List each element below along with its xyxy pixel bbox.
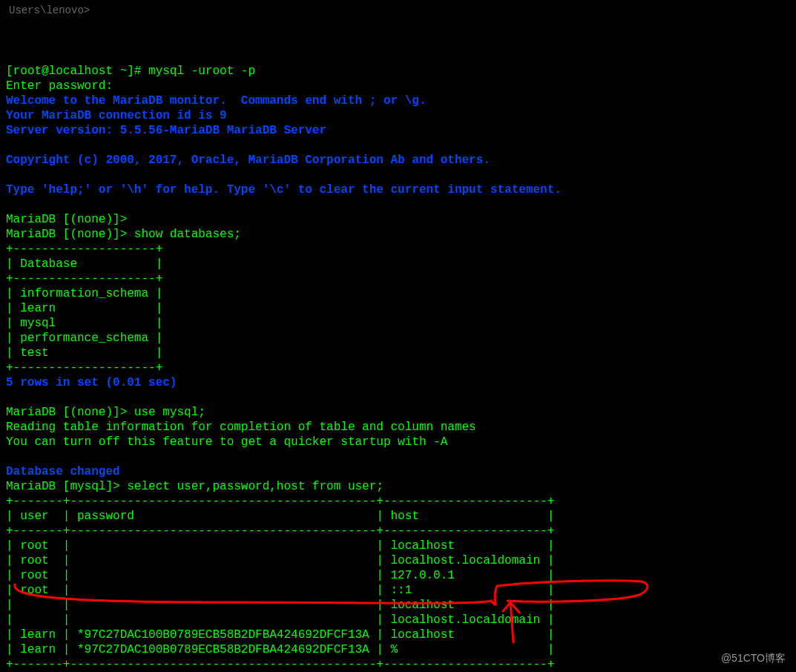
cmd-use-mysql: use mysql; <box>127 406 205 419</box>
host-path-faded: Users\lenovo> <box>9 4 90 18</box>
cmd-select-user: select user,password,host from user; <box>120 480 384 493</box>
cmd-show-databases: show databases; <box>127 228 241 241</box>
mariadb-prompt-none: MariaDB [(none)]> <box>6 406 127 419</box>
user-table-header: | user | password | host | <box>6 510 554 523</box>
db-table-border: +--------------------+ <box>6 272 162 286</box>
db-table-row: | test | <box>6 346 162 360</box>
db-table-row: | mysql | <box>6 317 162 330</box>
user-table-border: +-------+-------------------------------… <box>6 524 554 538</box>
user-table-row: | root | | 127.0.0.1 | <box>6 569 554 582</box>
database-changed: Database changed <box>6 465 120 478</box>
mariadb-prompt-mysql: MariaDB [mysql]> <box>6 480 120 493</box>
copyright-line: Copyright (c) 2000, 2017, Oracle, MariaD… <box>6 154 490 167</box>
db-rows-summary: 5 rows in set (0.01 sec) <box>6 376 177 389</box>
db-table-row: | information_schema | <box>6 287 162 300</box>
db-table-header: | Database | <box>6 257 162 271</box>
user-table-row: | | | localhost | <box>6 599 554 612</box>
db-table-row: | learn | <box>6 302 162 315</box>
welcome-line-2: Your MariaDB connection id is 9 <box>6 109 227 122</box>
reading-info-1: Reading table information for completion… <box>6 421 476 434</box>
db-table-border: +--------------------+ <box>6 243 162 256</box>
welcome-line-3: Server version: 5.5.56-MariaDB MariaDB S… <box>6 124 326 137</box>
shell-prompt: [root@localhost ~]# <box>6 65 148 78</box>
user-table-row: | learn | *97C27DAC100B0789ECB58B2DFBA42… <box>6 643 554 656</box>
enter-password: Enter password: <box>6 79 113 93</box>
user-table-row: | root | | ::1 | <box>6 584 554 597</box>
reading-info-2: You can turn off this feature to get a q… <box>6 435 447 449</box>
watermark: @51CTO博客 <box>721 652 786 665</box>
user-table-border: +-------+-------------------------------… <box>6 495 554 508</box>
user-table-row: | root | | localhost | <box>6 539 554 553</box>
user-table-row: | | | localhost.localdomain | <box>6 613 554 627</box>
welcome-line-1: Welcome to the MariaDB monitor. Commands… <box>6 94 427 108</box>
shell-command: mysql -uroot -p <box>148 65 255 78</box>
help-hint: Type 'help;' or '\h' for help. Type '\c'… <box>6 183 562 197</box>
user-table-row: | learn | *97C27DAC100B0789ECB58B2DFBA42… <box>6 628 554 642</box>
db-table-row: | performance_schema | <box>6 332 162 345</box>
user-table-row: | root | | localhost.localdomain | <box>6 554 554 567</box>
mariadb-prompt-none: MariaDB [(none)]> <box>6 228 127 241</box>
mariadb-prompt-none: MariaDB [(none)]> <box>6 213 127 226</box>
user-table-border: +-------+-------------------------------… <box>6 658 554 671</box>
db-table-border: +--------------------+ <box>6 361 162 375</box>
